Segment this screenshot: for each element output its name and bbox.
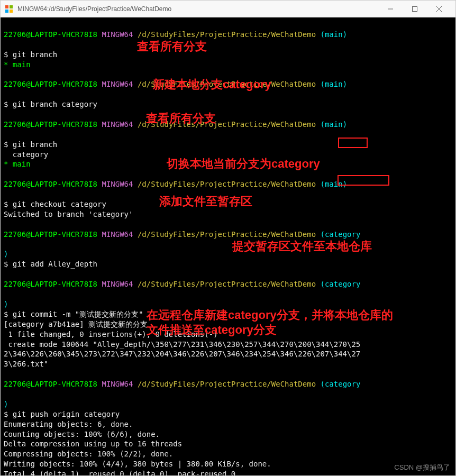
prompt-env: MINGW64 bbox=[102, 120, 133, 129]
cmd-git-push: $ git push origin category bbox=[4, 410, 120, 418]
prompt-path: /d/StudyFiles/ProjectPractice/WeChatDemo bbox=[138, 80, 316, 88]
output: Compressing objects: 100% (2/2), done. bbox=[4, 450, 173, 458]
terminal-window: MINGW64:/d/StudyFiles/ProjectPractice/We… bbox=[0, 0, 456, 476]
prompt-env: MINGW64 bbox=[102, 80, 133, 88]
prompt-env: MINGW64 bbox=[102, 230, 133, 239]
prompt-user: 22706@LAPTOP-VHCR78I8 bbox=[4, 230, 97, 239]
output: ) bbox=[4, 400, 8, 408]
cmd-git-branch-category: $ git branch category bbox=[4, 100, 97, 108]
annotation: 切换本地当前分支为category bbox=[167, 156, 320, 172]
svg-rect-2 bbox=[5, 10, 8, 13]
annotation: 在远程仓库新建category分支，并将本地仓库的 bbox=[147, 307, 393, 323]
output: Counting objects: 100% (6/6), done. bbox=[4, 430, 160, 438]
cmd-git-branch: $ git branch bbox=[4, 140, 57, 149]
prompt-env: MINGW64 bbox=[102, 280, 133, 288]
prompt-env: MINGW64 bbox=[102, 180, 133, 188]
minimize-button[interactable] bbox=[378, 1, 403, 17]
annotation: 查看所有分支 bbox=[137, 39, 207, 54]
titlebar: MINGW64:/d/StudyFiles/ProjectPractice/We… bbox=[1, 1, 455, 17]
prompt-branch: (category bbox=[321, 380, 361, 388]
highlight-box bbox=[338, 138, 368, 148]
prompt-branch: (main) bbox=[321, 30, 348, 39]
svg-rect-5 bbox=[413, 6, 417, 11]
output: Enumerating objects: 6, done. bbox=[4, 420, 133, 428]
terminal-body[interactable]: 22706@LAPTOP-VHCR78I8 MINGW64 /d/StudyFi… bbox=[1, 17, 455, 475]
output: Switched to branch 'category' bbox=[4, 210, 133, 218]
output: ) bbox=[4, 300, 8, 308]
prompt-user: 22706@LAPTOP-VHCR78I8 bbox=[4, 380, 97, 388]
prompt-user: 22706@LAPTOP-VHCR78I8 bbox=[4, 280, 97, 288]
output: 3\266.txt" bbox=[4, 360, 48, 368]
window-title: MINGW64:/d/StudyFiles/ProjectPractice/We… bbox=[17, 5, 378, 13]
output: Total 4 (delta 1), reused 0 (delta 0), p… bbox=[4, 470, 235, 475]
output: * main bbox=[4, 160, 31, 168]
prompt-branch: (main) bbox=[321, 180, 348, 188]
watermark: CSDN @搜捕鸟了 bbox=[394, 463, 450, 472]
output: create mode 100644 "Alley_depth/\350\277… bbox=[4, 340, 360, 349]
output: ) bbox=[4, 250, 8, 258]
output: 2\346\226\260\345\273\272\347\232\204\34… bbox=[4, 350, 360, 358]
output: Delta compression using up to 16 threads bbox=[4, 440, 182, 448]
prompt-path: /d/StudyFiles/ProjectPractice/WeChatDemo bbox=[138, 380, 316, 388]
app-icon bbox=[5, 5, 13, 13]
prompt-user: 22706@LAPTOP-VHCR78I8 bbox=[4, 180, 97, 188]
svg-rect-0 bbox=[5, 5, 8, 8]
prompt-branch: (main) bbox=[321, 120, 348, 129]
maximize-button[interactable] bbox=[403, 1, 427, 17]
output: [category a7b41ae] 测试提交新的分支 bbox=[4, 320, 148, 328]
annotation: 添加文件至暂存区 bbox=[159, 194, 252, 209]
prompt-path: /d/StudyFiles/ProjectPractice/WeChatDemo bbox=[138, 230, 316, 239]
output: 1 file changed, 0 insertions(+), 0 delet… bbox=[4, 330, 218, 338]
cmd-git-commit: $ git commit -m "测试提交新的分支" bbox=[4, 310, 143, 318]
prompt-env: MINGW64 bbox=[102, 380, 133, 388]
prompt-user: 22706@LAPTOP-VHCR78I8 bbox=[4, 80, 97, 88]
prompt-path: /d/StudyFiles/ProjectPractice/WeChatDemo bbox=[138, 180, 316, 188]
annotation: 提交暂存区文件至本地仓库 bbox=[232, 239, 372, 254]
svg-rect-3 bbox=[10, 10, 13, 13]
cmd-git-checkout: $ git checkout category bbox=[4, 200, 106, 208]
prompt-branch: (category bbox=[321, 230, 361, 239]
prompt-path: /d/StudyFiles/ProjectPractice/WeChatDemo bbox=[138, 120, 316, 129]
output: Writing objects: 100% (4/4), 380 bytes |… bbox=[4, 460, 271, 468]
window-controls bbox=[378, 1, 451, 17]
prompt-path: /d/StudyFiles/ProjectPractice/WeChatDemo bbox=[138, 30, 316, 39]
prompt-env: MINGW64 bbox=[102, 30, 133, 39]
prompt-user: 22706@LAPTOP-VHCR78I8 bbox=[4, 30, 97, 39]
close-button[interactable] bbox=[427, 1, 451, 17]
svg-rect-1 bbox=[10, 5, 13, 8]
prompt-branch: (main) bbox=[321, 80, 348, 88]
prompt-path: /d/StudyFiles/ProjectPractice/WeChatDemo bbox=[138, 280, 316, 288]
prompt-user: 22706@LAPTOP-VHCR78I8 bbox=[4, 120, 97, 129]
output: category bbox=[4, 150, 48, 159]
cmd-git-branch: $ git branch bbox=[4, 50, 57, 59]
prompt-branch: (category bbox=[321, 280, 361, 288]
cmd-git-add: $ git add Alley_depth bbox=[4, 260, 97, 268]
output: * main bbox=[4, 60, 31, 69]
